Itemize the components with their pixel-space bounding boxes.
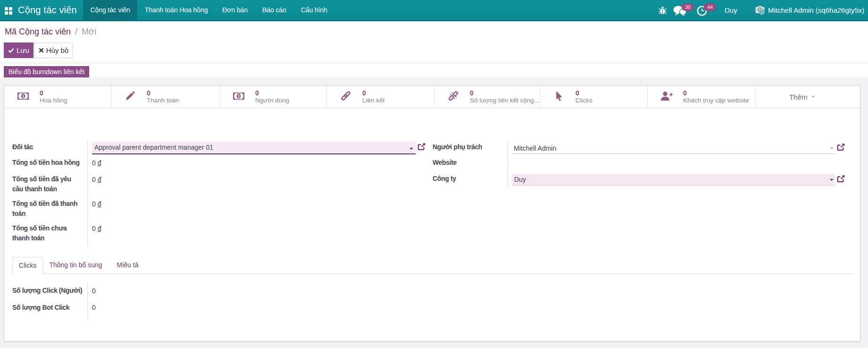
svg-text:1: 1 bbox=[237, 93, 240, 98]
svg-text:1: 1 bbox=[22, 93, 24, 98]
